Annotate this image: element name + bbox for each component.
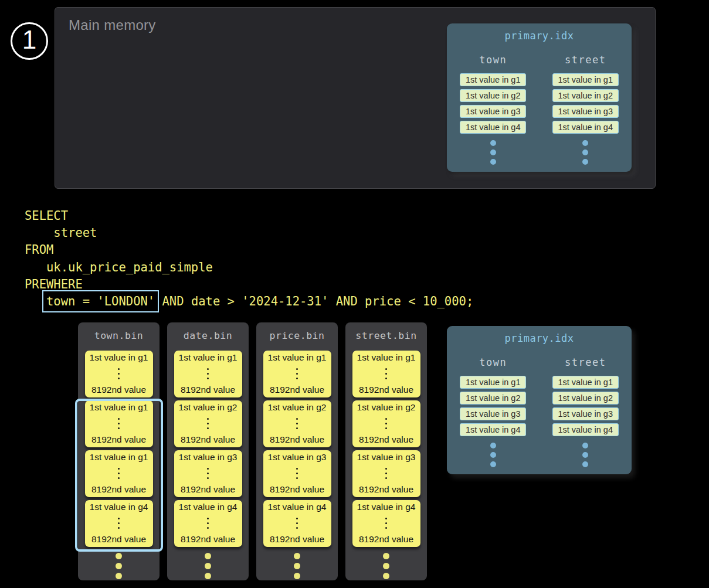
granule-last-value: 8192nd value: [270, 484, 324, 495]
index-column-street: street1st value in g11st value in g21st …: [540, 356, 632, 467]
index-entry: 1st value in g1: [552, 376, 619, 389]
index-column-header: town: [479, 356, 507, 368]
granule-last-value: 8192nd value: [181, 484, 235, 495]
index-entry: 1st value in g2: [552, 392, 619, 405]
index-entries: 1st value in g11st value in g21st value …: [460, 376, 526, 436]
dot: [207, 423, 209, 425]
bin-column-town-bin: town.bin1st value in g18192nd value1st v…: [78, 322, 160, 580]
dot: [490, 149, 496, 155]
dot: [582, 149, 588, 155]
index-entry: 1st value in g2: [552, 89, 619, 102]
dot: [207, 368, 209, 371]
dot: [116, 563, 122, 569]
sql-line: PREWHERE: [25, 276, 473, 293]
dot: [296, 468, 298, 470]
bin-column-title: date.bin: [167, 330, 249, 341]
granule-block: 1st value in g48192nd value: [174, 500, 242, 547]
sql-prewhere-condition-line: town = 'LONDON' AND date > '2024-12-31' …: [25, 293, 473, 310]
dot: [294, 563, 300, 569]
granule-first-value: 1st value in g3: [179, 452, 238, 463]
index-column-header: town: [479, 54, 507, 66]
dot: [207, 477, 209, 480]
dot: [207, 378, 209, 380]
granule-first-value: 1st value in g2: [357, 402, 416, 413]
granule-ellipsis: [385, 468, 388, 480]
dot: [207, 468, 209, 470]
granule-block-selected: 1st value in g18192nd value: [85, 400, 153, 447]
granule-first-value: 1st value in g1: [90, 452, 148, 463]
granule-block: 1st value in g28192nd value: [352, 400, 420, 447]
granule-block: 1st value in g28192nd value: [263, 400, 331, 447]
dot: [118, 468, 120, 470]
granule-stack: 1st value in g18192nd value1st value in …: [345, 351, 427, 547]
index-entry: 1st value in g4: [552, 423, 619, 436]
granule-last-value: 8192nd value: [181, 534, 235, 545]
dot: [207, 373, 209, 375]
granule-first-value: 1st value in g1: [90, 402, 148, 413]
index-entry: 1st value in g3: [552, 407, 619, 420]
ellipsis-dots: [582, 443, 588, 467]
more-granules-dots: [345, 553, 427, 579]
dot: [296, 527, 298, 529]
granule-last-value: 8192nd value: [91, 385, 146, 395]
sql-indent: [25, 294, 46, 308]
dot: [385, 373, 388, 375]
bin-column-street-bin: street.bin1st value in g18192nd value1st…: [345, 322, 427, 580]
granule-ellipsis: [118, 418, 120, 430]
dot: [385, 473, 388, 475]
granule-block-selected: 1st value in g18192nd value: [85, 450, 153, 497]
more-granules-dots: [256, 553, 338, 579]
granule-stack: 1st value in g18192nd value1st value in …: [167, 351, 249, 547]
dot: [296, 477, 298, 480]
dot: [582, 159, 588, 165]
granule-last-value: 8192nd value: [359, 434, 413, 445]
granule-last-value: 8192nd value: [270, 534, 324, 545]
dot: [205, 553, 211, 559]
index-column-town: town1st value in g11st value in g21st va…: [447, 54, 540, 165]
dot: [118, 518, 120, 520]
dot: [118, 522, 120, 525]
sql-line: FROM: [25, 242, 473, 259]
dot: [296, 373, 298, 375]
granule-last-value: 8192nd value: [359, 385, 413, 395]
dot: [296, 418, 298, 420]
dot: [294, 573, 300, 579]
granule-first-value: 1st value in g4: [268, 502, 327, 512]
granule-first-value: 1st value in g1: [179, 352, 238, 363]
granule-ellipsis: [296, 468, 298, 480]
primary-idx-title: primary.idx: [447, 30, 632, 42]
sql-highlighted-predicate: town = 'LONDON': [46, 294, 155, 308]
dot: [296, 522, 298, 525]
index-entries: 1st value in g11st value in g21st value …: [460, 73, 526, 134]
dot: [385, 518, 388, 520]
granule-ellipsis: [385, 368, 388, 380]
bin-column-title: street.bin: [345, 330, 427, 341]
sql-line: uk.uk_price_paid_simple: [25, 259, 473, 276]
granule-last-value: 8192nd value: [91, 434, 146, 445]
index-columns: town1st value in g11st value in g21st va…: [447, 54, 632, 165]
granule-first-value: 1st value in g3: [268, 452, 327, 463]
granule-block: 1st value in g28192nd value: [174, 400, 242, 447]
granule-last-value: 8192nd value: [270, 385, 324, 395]
index-entry: 1st value in g3: [460, 407, 526, 420]
granule-last-value: 8192nd value: [91, 484, 146, 495]
granule-ellipsis: [207, 368, 209, 380]
index-entry: 1st value in g1: [552, 73, 619, 86]
dot: [490, 159, 496, 165]
granule-last-value: 8192nd value: [359, 484, 413, 495]
dot: [582, 452, 588, 458]
dot: [296, 427, 298, 430]
index-columns: town1st value in g11st value in g21st va…: [447, 356, 632, 467]
granule-ellipsis: [296, 418, 298, 430]
granule-last-value: 8192nd value: [270, 434, 324, 445]
dot: [116, 573, 122, 579]
sql-line: SELECT: [25, 208, 473, 225]
granule-ellipsis: [385, 518, 388, 529]
granule-first-value: 1st value in g1: [357, 352, 416, 363]
index-entry: 1st value in g4: [460, 423, 526, 436]
granule-ellipsis: [118, 468, 120, 480]
dot: [207, 527, 209, 529]
granule-ellipsis: [118, 518, 120, 529]
index-entry: 1st value in g3: [460, 105, 526, 118]
granule-stack: 1st value in g18192nd value1st value in …: [256, 351, 338, 547]
